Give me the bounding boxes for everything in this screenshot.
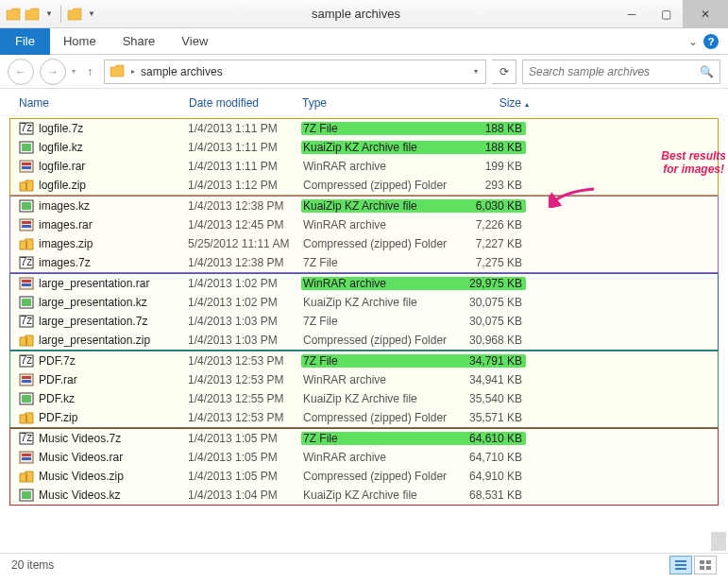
file-row[interactable]: PDF.kz1/4/2013 12:55 PMKuaiZip KZ Archiv… <box>10 389 718 408</box>
file-name: large_presentation.kz <box>39 296 188 309</box>
file-row[interactable]: 7zlarge_presentation.7z1/4/2013 1:03 PM7… <box>10 312 718 331</box>
file-name: images.rar <box>39 218 188 231</box>
file-name: logfile.zip <box>39 179 188 192</box>
zip-file-icon <box>18 178 35 193</box>
file-row[interactable]: 7zimages.7z1/4/2013 12:38 PM7Z File7,275… <box>10 253 718 272</box>
header-type[interactable]: Type <box>302 96 453 110</box>
file-row[interactable]: images.rar1/4/2013 12:45 PMWinRAR archiv… <box>10 215 718 234</box>
file-row[interactable]: logfile.rar1/4/2013 1:11 PMWinRAR archiv… <box>10 157 718 176</box>
file-name: large_presentation.7z <box>39 315 188 328</box>
open-folder-icon[interactable] <box>67 7 82 22</box>
file-type: 7Z File <box>301 315 452 328</box>
search-box[interactable]: 🔍 <box>522 60 720 84</box>
file-row[interactable]: large_presentation.kz1/4/2013 1:02 PMKua… <box>10 293 718 312</box>
file-size: 34,941 KB <box>452 373 526 386</box>
file-date: 1/4/2013 12:38 PM <box>188 199 301 213</box>
search-input[interactable] <box>529 65 700 78</box>
file-row[interactable]: 7zMusic Videos.7z1/4/2013 1:05 PM7Z File… <box>10 429 718 448</box>
header-name[interactable]: Name <box>19 96 189 110</box>
new-folder-icon[interactable] <box>25 7 40 22</box>
file-name: Music Videos.7z <box>39 432 188 445</box>
file-name: Music Videos.zip <box>39 470 188 483</box>
file-row[interactable]: 7zPDF.7z1/4/2013 12:53 PM7Z File34,791 K… <box>10 352 718 370</box>
kz-file-icon <box>18 295 35 310</box>
file-row[interactable]: large_presentation.rar1/4/2013 1:02 PMWi… <box>10 274 718 293</box>
breadcrumb-folder[interactable]: sample archives <box>141 65 223 78</box>
file-date: 1/4/2013 1:03 PM <box>188 315 301 328</box>
zip-file-icon <box>18 410 35 425</box>
file-row[interactable]: large_presentation.zip1/4/2013 1:03 PMCo… <box>10 331 718 350</box>
file-size: 68,531 KB <box>452 489 526 502</box>
svg-rect-7 <box>25 182 27 190</box>
file-row[interactable]: Music Videos.rar1/4/2013 1:05 PMWinRAR a… <box>10 448 718 467</box>
qat-dropdown-icon[interactable]: ▼ <box>43 9 55 18</box>
file-row[interactable]: images.zip5/25/2012 11:11 AMCompressed (… <box>10 234 718 253</box>
kz-file-icon <box>18 391 35 406</box>
file-date: 5/25/2012 11:11 AM <box>188 237 301 250</box>
maximize-button[interactable]: ▢ <box>649 0 683 28</box>
svg-rect-30 <box>22 395 31 403</box>
7z-file-icon: 7z <box>18 431 35 446</box>
kz-file-icon <box>18 198 35 214</box>
file-type: Compressed (zipped) Folder <box>301 237 452 250</box>
file-group: large_presentation.rar1/4/2013 1:02 PMWi… <box>9 273 719 351</box>
file-date: 1/4/2013 1:05 PM <box>188 432 301 445</box>
scrollbar-thumb[interactable] <box>711 532 726 551</box>
sort-asc-icon: ▴ <box>525 100 529 109</box>
file-row[interactable]: PDF.zip1/4/2013 12:53 PMCompressed (zipp… <box>10 408 718 427</box>
file-row[interactable]: Music Videos.zip1/4/2013 1:05 PMCompress… <box>10 467 718 486</box>
svg-text:7z: 7z <box>21 122 33 134</box>
header-date[interactable]: Date modified <box>189 96 302 110</box>
forward-button[interactable]: → <box>40 59 66 85</box>
file-row[interactable]: PDF.rar1/4/2013 12:53 PMWinRAR archive34… <box>10 370 718 389</box>
svg-rect-27 <box>22 376 31 379</box>
7z-file-icon: 7z <box>18 353 35 369</box>
view-tab[interactable]: View <box>168 28 221 54</box>
file-row[interactable]: 7zlogfile.7z1/4/2013 1:11 PM7Z File188 K… <box>10 119 718 138</box>
expand-ribbon-icon[interactable]: ⌄ <box>688 35 698 48</box>
chevron-right-icon[interactable]: ▸ <box>129 67 137 76</box>
svg-rect-45 <box>700 566 704 570</box>
file-type: WinRAR archive <box>301 451 452 464</box>
svg-rect-31 <box>25 415 27 422</box>
rar-file-icon <box>18 217 35 232</box>
file-tab[interactable]: File <box>0 28 50 55</box>
path-history-icon[interactable]: ▾ <box>470 67 482 76</box>
refresh-button[interactable]: ⟳ <box>492 60 516 84</box>
file-row[interactable]: logfile.kz1/4/2013 1:11 PMKuaiZip KZ Arc… <box>10 138 718 157</box>
file-type: Compressed (zipped) Folder <box>301 470 452 483</box>
qat-dropdown2-icon[interactable]: ▼ <box>86 9 97 18</box>
help-icon[interactable]: ? <box>703 34 719 49</box>
svg-rect-12 <box>22 225 31 228</box>
history-dropdown-icon[interactable]: ▾ <box>72 67 76 76</box>
share-tab[interactable]: Share <box>110 28 169 54</box>
svg-rect-18 <box>22 283 31 286</box>
zip-file-icon <box>18 469 35 484</box>
details-view-button[interactable] <box>669 556 692 574</box>
icons-view-button[interactable] <box>694 556 717 574</box>
file-name: PDF.kz <box>39 392 188 405</box>
breadcrumb[interactable]: ▸ sample archives ▾ <box>104 60 486 84</box>
minimize-button[interactable]: ─ <box>615 0 649 28</box>
file-size: 199 KB <box>452 160 526 173</box>
file-row[interactable]: images.kz1/4/2013 12:38 PMKuaiZip KZ Arc… <box>10 197 718 215</box>
svg-rect-44 <box>706 560 711 564</box>
file-type: KuaiZip KZ Archive file <box>301 489 452 502</box>
file-date: 1/4/2013 1:03 PM <box>188 334 301 347</box>
svg-rect-36 <box>22 457 31 460</box>
file-size: 30,075 KB <box>452 296 526 309</box>
search-icon[interactable]: 🔍 <box>700 65 714 78</box>
file-type: Compressed (zipped) Folder <box>301 411 452 424</box>
up-button[interactable]: ↑ <box>81 65 98 78</box>
header-size[interactable]: Size▴ <box>453 96 529 110</box>
svg-rect-28 <box>22 380 31 383</box>
home-tab[interactable]: Home <box>50 28 110 54</box>
window-title: sample archives <box>97 7 615 21</box>
annotation-arrow-icon <box>549 185 596 208</box>
svg-rect-39 <box>22 491 31 499</box>
file-list: 7zlogfile.7z1/4/2013 1:11 PM7Z File188 K… <box>0 116 728 507</box>
file-row[interactable]: logfile.zip1/4/2013 1:12 PMCompressed (z… <box>10 176 718 195</box>
file-row[interactable]: Music Videos.kz1/4/2013 1:04 PMKuaiZip K… <box>10 486 718 505</box>
close-button[interactable]: ✕ <box>683 0 728 28</box>
back-button[interactable]: ← <box>8 59 34 85</box>
